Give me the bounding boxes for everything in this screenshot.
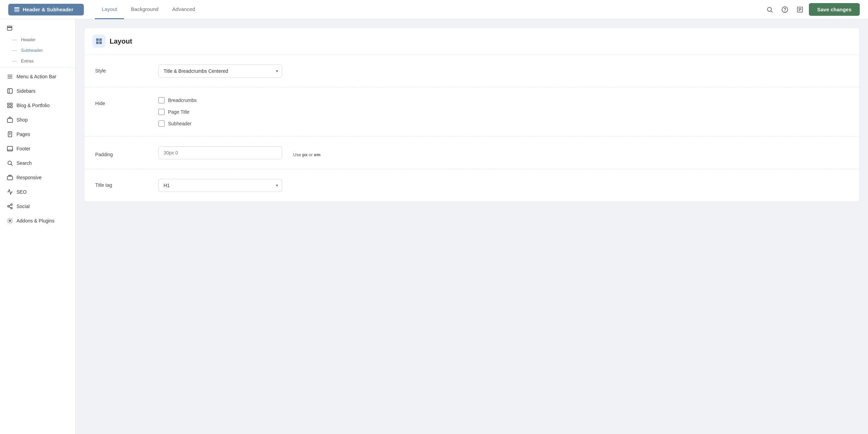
- title-tag-select-wrapper: H1 H2 H3 H4 H5 H6 p span ▾: [158, 179, 282, 192]
- title-tag-select[interactable]: H1 H2 H3 H4 H5 H6 p span: [158, 179, 282, 192]
- svg-rect-39: [99, 38, 102, 41]
- hide-subheader-checkbox[interactable]: [158, 121, 165, 127]
- padding-row: Padding Use px or em: [95, 146, 848, 159]
- sidebar-group-header-subheader[interactable]: [0, 22, 75, 34]
- svg-rect-18: [11, 103, 12, 105]
- topbar-icons: Save changes: [764, 3, 860, 16]
- svg-line-29: [11, 164, 12, 165]
- hide-breadcrumbs-item[interactable]: Breadcrumbs: [158, 97, 848, 103]
- main-layout: — Header — Subheader — Extras Menu & Act…: [0, 19, 868, 434]
- hide-row: Hide Breadcrumbs Page Title: [95, 97, 848, 127]
- hide-subheader-item[interactable]: Subheader: [158, 121, 848, 127]
- hide-checkboxes: Breadcrumbs Page Title Subheader: [158, 97, 848, 127]
- svg-rect-0: [14, 7, 20, 9]
- sidebar-item-footer[interactable]: Footer: [0, 141, 75, 156]
- padding-input[interactable]: [158, 146, 282, 159]
- sidebar-item-seo[interactable]: SEO: [0, 185, 75, 199]
- sidebar-item-shop[interactable]: Shop: [0, 113, 75, 127]
- style-select-wrapper: Title & Breadcrumbs Centered Title Left …: [158, 65, 282, 78]
- svg-point-33: [8, 206, 9, 207]
- svg-rect-17: [8, 103, 9, 105]
- sidebar: — Header — Subheader — Extras Menu & Act…: [0, 19, 76, 434]
- padding-hint: Use px or em: [288, 149, 321, 157]
- sidebar-item-subheader[interactable]: — Subheader: [0, 45, 75, 56]
- sidebar-item-header[interactable]: — Header: [0, 34, 75, 45]
- svg-point-28: [8, 161, 12, 165]
- sidebar-item-sidebars[interactable]: Sidebars: [0, 84, 75, 98]
- padding-control: Use px or em: [158, 146, 848, 159]
- style-label: Style: [95, 65, 150, 73]
- hide-page-title-item[interactable]: Page Title: [158, 109, 848, 115]
- sidebar-item-addons-plugins[interactable]: Addons & Plugins: [0, 214, 75, 228]
- title-tag-label: Title tag: [95, 179, 150, 188]
- svg-point-5: [785, 11, 785, 11]
- notes-icon-button[interactable]: [794, 3, 806, 16]
- pages-icon: [7, 131, 13, 137]
- svg-rect-10: [7, 26, 12, 27]
- padding-label: Padding: [95, 148, 150, 157]
- svg-rect-26: [8, 146, 13, 151]
- svg-point-37: [9, 220, 11, 222]
- brand-label: Header & Subheader: [8, 4, 84, 15]
- header-icon: [14, 7, 20, 13]
- tab-background[interactable]: Background: [124, 0, 165, 19]
- title-tag-section: Title tag H1 H2 H3 H4 H5 H6 p spa: [84, 169, 859, 202]
- style-section: Style Title & Breadcrumbs Centered Title…: [84, 55, 859, 88]
- sidebar-divider: [0, 68, 75, 68]
- sidebar-item-pages[interactable]: Pages: [0, 127, 75, 141]
- svg-rect-21: [8, 118, 13, 122]
- layout-card: Layout Style Title & Breadcrumbs Centere…: [84, 27, 860, 202]
- svg-rect-40: [96, 42, 99, 44]
- sidebar-item-menu-action-bar[interactable]: Menu & Action Bar: [0, 69, 75, 84]
- tab-layout[interactable]: Layout: [95, 0, 124, 19]
- help-icon: [781, 6, 788, 13]
- footer-icon: [7, 146, 13, 152]
- search-icon-button[interactable]: [764, 3, 776, 16]
- card-header: Layout: [84, 28, 859, 55]
- padding-section: Padding Use px or em: [84, 137, 859, 169]
- svg-rect-19: [8, 106, 9, 108]
- sidebar-item-social[interactable]: Social: [0, 199, 75, 214]
- topbar: Header & Subheader Layout Background Adv…: [0, 0, 868, 19]
- content-area: Layout Style Title & Breadcrumbs Centere…: [76, 19, 868, 434]
- sidebar-item-extras[interactable]: — Extras: [0, 56, 75, 66]
- addons-plugins-icon: [7, 218, 13, 224]
- sidebar-item-search[interactable]: Search: [0, 156, 75, 170]
- sidebars-icon: [7, 88, 13, 94]
- menu-action-bar-icon: [7, 73, 13, 80]
- tab-advanced[interactable]: Advanced: [165, 0, 202, 19]
- checkbox-group: Breadcrumbs Page Title Subheader: [158, 97, 848, 127]
- svg-rect-20: [11, 106, 12, 108]
- search-icon: [766, 6, 773, 13]
- blog-portfolio-icon: [7, 102, 13, 108]
- svg-rect-41: [99, 42, 102, 44]
- title-tag-control: H1 H2 H3 H4 H5 H6 p span ▾: [158, 179, 848, 192]
- save-changes-button[interactable]: Save changes: [809, 3, 860, 16]
- hide-page-title-checkbox[interactable]: [158, 109, 165, 115]
- svg-rect-15: [8, 89, 12, 93]
- help-icon-button[interactable]: [779, 3, 791, 16]
- card-title: Layout: [110, 37, 132, 45]
- style-row: Style Title & Breadcrumbs Centered Title…: [95, 65, 848, 78]
- search-sidebar-icon: [7, 160, 13, 166]
- svg-point-2: [767, 7, 771, 11]
- hide-label: Hide: [95, 97, 150, 106]
- style-control: Title & Breadcrumbs Centered Title Left …: [158, 65, 848, 78]
- svg-rect-31: [9, 175, 11, 176]
- social-icon: [7, 203, 13, 209]
- seo-icon: [7, 189, 13, 195]
- notes-icon: [797, 6, 803, 13]
- sidebar-item-responsive[interactable]: Responsive: [0, 170, 75, 185]
- svg-rect-1: [14, 9, 20, 12]
- svg-rect-38: [96, 38, 99, 41]
- hide-breadcrumbs-checkbox[interactable]: [158, 97, 165, 103]
- title-tag-row: Title tag H1 H2 H3 H4 H5 H6 p spa: [95, 179, 848, 192]
- layout-icon: [96, 38, 102, 45]
- shop-icon: [7, 117, 13, 123]
- svg-line-35: [9, 207, 11, 208]
- svg-rect-11: [7, 28, 12, 30]
- svg-line-3: [771, 11, 773, 12]
- sidebar-item-blog-portfolio[interactable]: Blog & Portfolio: [0, 98, 75, 113]
- header-subheader-icon: [7, 25, 12, 31]
- style-select[interactable]: Title & Breadcrumbs Centered Title Left …: [158, 65, 282, 78]
